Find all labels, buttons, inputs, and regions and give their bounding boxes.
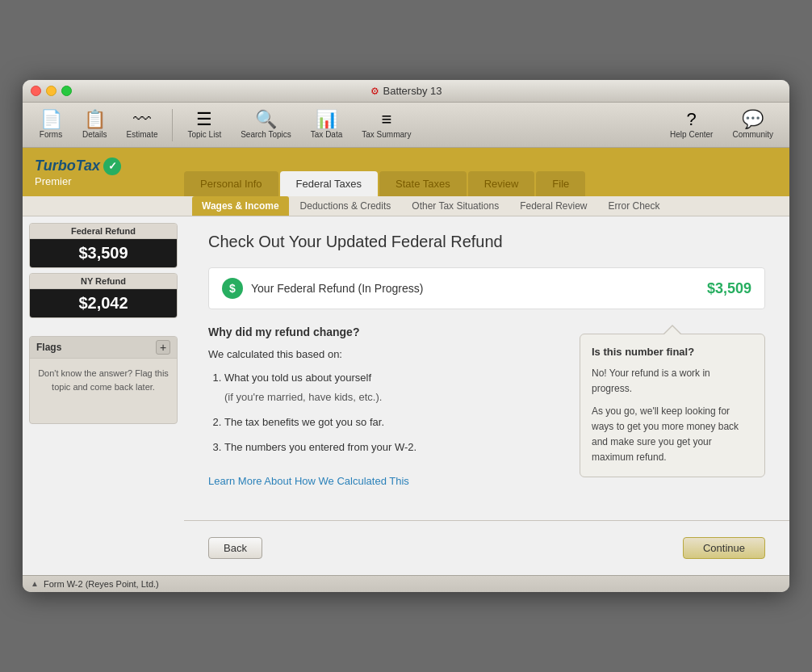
tooltip-arrow [663, 325, 682, 334]
toolbar-community[interactable]: 💬 Community [724, 107, 781, 142]
list-item: The numbers you entered from your W-2. [224, 438, 563, 456]
continue-button[interactable]: Continue [683, 537, 765, 559]
main-nav-tabs: Personal Info Federal Taxes State Taxes … [184, 148, 789, 196]
calc-intro: We calculated this based on: [208, 348, 563, 360]
refund-row-left: $ Your Federal Refund (In Progress) [222, 278, 423, 299]
separator [184, 520, 789, 521]
toolbar: 📄 Forms 📋 Details 〰 Estimate ☰ Topic Lis… [23, 103, 789, 148]
status-bar: ▲ Form W-2 (Reyes Point, Ltd.) [23, 575, 789, 592]
button-row: Back Continue [184, 537, 789, 575]
side-column: Is this number final? No! Your refund is… [580, 326, 765, 488]
community-icon: 💬 [742, 111, 764, 128]
tax-summary-icon: ≡ [381, 111, 391, 128]
flags-add-button[interactable]: + [156, 340, 170, 355]
ny-refund-panel: NY Refund $2,042 [29, 273, 178, 318]
calc-item-3-main: The numbers you entered from your W-2. [224, 441, 416, 453]
tab-state-taxes[interactable]: State Taxes [379, 171, 467, 196]
toolbar-estimate[interactable]: 〰 Estimate [119, 107, 166, 142]
toolbar-topic-list[interactable]: ☰ Topic List [179, 107, 229, 142]
toolbar-center-group: ☰ Topic List 🔍 Search Topics 📊 Tax Data … [179, 107, 419, 142]
tax-data-icon: 📊 [316, 111, 337, 128]
subtab-wages-income[interactable]: Wages & Income [192, 196, 289, 216]
turbotax-logo: TurboTax [35, 158, 100, 174]
page-title: Check Out Your Updated Federal Refund [208, 233, 765, 251]
tab-file[interactable]: File [536, 171, 585, 196]
premier-label: Premier [35, 175, 121, 187]
tooltip-title: Is this number final? [592, 346, 753, 358]
subtab-deductions-credits[interactable]: Deductions & Credits [291, 196, 401, 216]
flags-panel: Flags + Don't know the answer? Flag this… [29, 336, 178, 424]
flags-title: Flags [36, 342, 61, 353]
main-window: ⚙ Battersby 13 📄 Forms 📋 Details 〰 Estim… [23, 80, 789, 592]
federal-refund-panel: Federal Refund $3,509 [29, 223, 178, 268]
check-badge: ✓ [103, 158, 121, 175]
title-icon: ⚙ [370, 86, 379, 97]
minimize-button[interactable] [46, 86, 57, 96]
federal-refund-label: Federal Refund [30, 224, 177, 239]
close-button[interactable] [31, 86, 41, 96]
subtab-other-tax-situations[interactable]: Other Tax Situations [402, 196, 509, 216]
tooltip-text: No! Your refund is a work in progress. A… [592, 366, 753, 465]
search-topics-icon: 🔍 [255, 111, 277, 128]
content-area: Check Out Your Updated Federal Refund $ … [184, 216, 789, 575]
ny-refund-label: NY Refund [30, 274, 177, 289]
toolbar-left-group: 📄 Forms 📋 Details 〰 Estimate [31, 107, 165, 142]
ny-refund-amount: $2,042 [30, 289, 177, 317]
toolbar-forms[interactable]: 📄 Forms [31, 107, 71, 142]
tooltip-p1: No! Your refund is a work in progress. [592, 366, 753, 397]
toolbar-help-center[interactable]: ? Help Center [662, 107, 721, 142]
list-item: The tax benefits we got you so far. [224, 413, 563, 431]
toolbar-tax-data[interactable]: 📊 Tax Data [303, 107, 350, 142]
subtab-federal-review[interactable]: Federal Review [510, 196, 596, 216]
federal-refund-amount: $3,509 [30, 239, 177, 267]
refund-panels: Federal Refund $3,509 NY Refund $2,042 [23, 216, 184, 330]
learn-more-link[interactable]: Learn More About How We Calculated This [208, 475, 409, 487]
calc-list: What you told us about yourself (if you'… [208, 368, 563, 457]
sub-nav: Wages & Income Deductions & Credits Othe… [23, 196, 789, 216]
traffic-lights [31, 86, 72, 96]
subtab-error-check[interactable]: Error Check [599, 196, 670, 216]
window-title: ⚙ Battersby 13 [370, 85, 442, 97]
title-bar: ⚙ Battersby 13 [23, 80, 789, 103]
toolbar-tax-summary[interactable]: ≡ Tax Summary [354, 107, 419, 142]
content-inner: Check Out Your Updated Federal Refund $ … [184, 216, 789, 504]
list-item: What you told us about yourself (if you'… [224, 368, 563, 406]
two-column-section: Why did my refund change? We calculated … [208, 326, 765, 488]
sidebar: Federal Refund $3,509 NY Refund $2,042 F… [23, 216, 184, 575]
flags-body: Don't know the answer? Flag this topic a… [30, 359, 177, 423]
brand-nav-row: TurboTax ✓ Premier Personal Info Federal… [23, 148, 789, 196]
toolbar-divider-1 [172, 109, 173, 141]
tab-review[interactable]: Review [468, 171, 535, 196]
status-text: Form W-2 (Reyes Point, Ltd.) [44, 579, 159, 589]
calc-item-2-main: The tax benefits we got you so far. [224, 416, 384, 428]
help-center-icon: ? [687, 111, 697, 128]
maximize-button[interactable] [61, 86, 72, 96]
tab-personal-info[interactable]: Personal Info [184, 171, 278, 196]
tooltip-p2: As you go, we'll keep looking for ways t… [592, 404, 753, 466]
estimate-icon: 〰 [133, 111, 151, 128]
tooltip-box: Is this number final? No! Your refund is… [580, 334, 765, 477]
forms-icon: 📄 [40, 111, 62, 128]
refund-row-label: Your Federal Refund (In Progress) [251, 282, 423, 295]
why-title: Why did my refund change? [208, 326, 563, 338]
calc-item-1-main: What you told us about yourself [224, 372, 371, 384]
main-container: Federal Refund $3,509 NY Refund $2,042 F… [23, 216, 789, 575]
status-arrow-icon: ▲ [31, 579, 39, 588]
toolbar-right-group: ? Help Center 💬 Community [662, 107, 781, 142]
main-column: Why did my refund change? We calculated … [208, 326, 563, 488]
flags-header: Flags + [30, 337, 177, 359]
toolbar-search-topics[interactable]: 🔍 Search Topics [232, 107, 299, 142]
toolbar-details[interactable]: 📋 Details [74, 107, 115, 142]
topic-list-icon: ☰ [196, 111, 212, 128]
details-icon: 📋 [84, 111, 106, 128]
refund-status-row: $ Your Federal Refund (In Progress) $3,5… [208, 267, 765, 309]
tab-federal-taxes[interactable]: Federal Taxes [280, 171, 378, 196]
back-button[interactable]: Back [208, 537, 262, 559]
refund-row-amount: $3,509 [707, 280, 751, 297]
calc-item-1-sub: (if you're married, have kids, etc.). [224, 388, 563, 406]
brand-header: TurboTax ✓ Premier [23, 148, 184, 196]
dollar-icon: $ [222, 278, 243, 299]
